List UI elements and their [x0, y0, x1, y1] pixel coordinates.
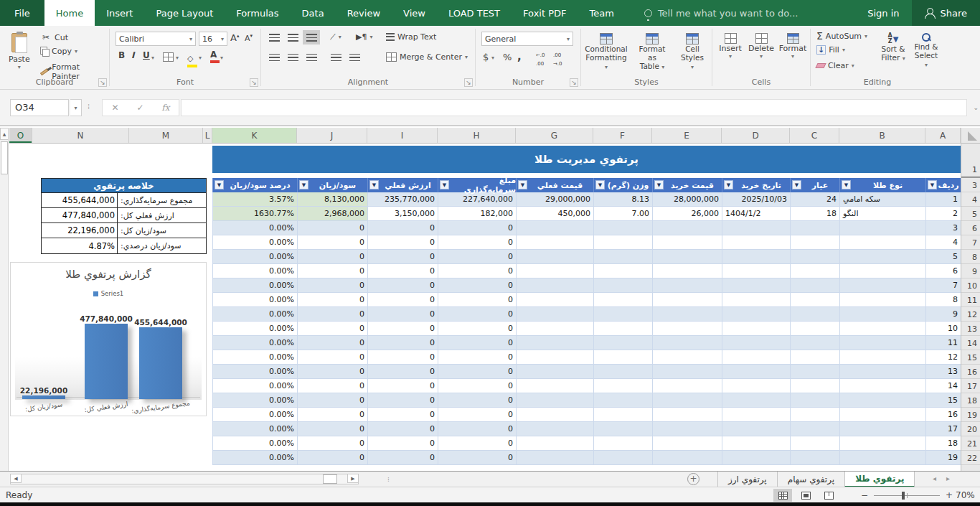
- fill-color-caret-icon[interactable]: ▾: [199, 55, 202, 61]
- table-cell[interactable]: 0: [367, 422, 438, 436]
- table-cell[interactable]: 182,000: [438, 207, 516, 220]
- table-cell[interactable]: 0: [367, 436, 438, 450]
- paste-button[interactable]: Paste ▾: [4, 30, 34, 70]
- italic-button[interactable]: I: [131, 52, 134, 60]
- table-cell[interactable]: [839, 221, 925, 235]
- decrease-indent-button[interactable]: [327, 50, 344, 65]
- table-cell[interactable]: 0: [438, 264, 516, 278]
- insert-cells-button[interactable]: Insert▾: [715, 30, 745, 60]
- decrease-decimal-icon[interactable]: .00→.0: [553, 51, 562, 68]
- column-header-A[interactable]: A: [925, 128, 961, 143]
- table-cell[interactable]: 0: [297, 307, 367, 321]
- row-number-16[interactable]: 16: [961, 365, 980, 379]
- row-number-17[interactable]: 17: [961, 379, 980, 393]
- table-cell[interactable]: [652, 350, 722, 364]
- table-cell[interactable]: 0.00%: [212, 322, 297, 335]
- table-cell[interactable]: 3: [925, 221, 961, 235]
- table-cell[interactable]: 0: [297, 264, 367, 278]
- table-cell[interactable]: 0: [367, 235, 438, 249]
- table-cell[interactable]: 8,130,000: [297, 192, 367, 206]
- table-cell[interactable]: 0: [367, 322, 438, 335]
- table-cell[interactable]: 3,150,000: [367, 207, 438, 220]
- table-cell[interactable]: 18: [790, 207, 839, 220]
- percent-style-icon[interactable]: %: [503, 52, 512, 62]
- table-cell[interactable]: 11: [925, 336, 961, 350]
- table-cell[interactable]: [722, 278, 790, 292]
- ribbon-tab-formulas[interactable]: Formulas: [225, 0, 290, 26]
- table-cell[interactable]: [722, 408, 790, 421]
- table-cell[interactable]: 450,000: [516, 207, 593, 220]
- table-cell[interactable]: 0: [438, 307, 516, 321]
- table-cell[interactable]: 0: [367, 350, 438, 364]
- column-header-M[interactable]: M: [129, 128, 203, 143]
- table-cell[interactable]: [593, 393, 652, 407]
- table-cell[interactable]: 0: [438, 365, 516, 378]
- autosum-button[interactable]: Σ AutoSum▾: [814, 30, 870, 42]
- table-cell[interactable]: [652, 393, 722, 407]
- table-cell[interactable]: 26,000: [652, 207, 722, 220]
- table-cell[interactable]: [839, 235, 925, 249]
- table-cell[interactable]: 0: [297, 336, 367, 350]
- table-cell[interactable]: [790, 436, 839, 450]
- scroll-right-icon[interactable]: ▶: [347, 474, 359, 483]
- table-cell[interactable]: 8: [925, 293, 961, 306]
- table-column-header[interactable]: ▼ارزش فعلي: [367, 178, 438, 192]
- table-cell[interactable]: 3.57%: [212, 192, 297, 206]
- align-left-button[interactable]: [265, 50, 283, 65]
- column-header-C[interactable]: C: [790, 128, 839, 143]
- table-cell[interactable]: 0: [438, 322, 516, 335]
- column-header-D[interactable]: D: [722, 128, 790, 143]
- table-cell[interactable]: 16: [925, 408, 961, 421]
- sheet-tab[interactable]: پرتفوي ارز: [717, 472, 777, 487]
- filter-dropdown-icon[interactable]: ▼: [928, 180, 937, 189]
- table-cell[interactable]: 1630.77%: [212, 207, 297, 220]
- table-cell[interactable]: [652, 278, 722, 292]
- zoom-slider[interactable]: [874, 495, 940, 496]
- table-cell[interactable]: [839, 422, 925, 436]
- share-button[interactable]: Share: [912, 0, 980, 26]
- table-cell[interactable]: 12: [925, 350, 961, 364]
- filter-dropdown-icon[interactable]: ▼: [654, 180, 664, 189]
- table-cell[interactable]: [790, 293, 839, 306]
- row-number-10[interactable]: 10: [961, 278, 980, 293]
- font-name-combo[interactable]: Calibri ▾: [116, 32, 196, 46]
- sheet-tab[interactable]: پرتفوي سهام: [777, 472, 844, 487]
- table-cell[interactable]: 0: [438, 235, 516, 249]
- table-cell[interactable]: [790, 235, 839, 249]
- table-cell[interactable]: [790, 451, 839, 464]
- table-cell[interactable]: [652, 322, 722, 335]
- cancel-entry-icon[interactable]: ✕: [111, 103, 118, 113]
- table-cell[interactable]: 5: [925, 250, 961, 263]
- table-cell[interactable]: 0: [297, 278, 367, 292]
- filter-dropdown-icon[interactable]: ▼: [518, 180, 527, 189]
- table-cell[interactable]: 0: [367, 293, 438, 306]
- formula-bar-expand-icon[interactable]: ⌄: [973, 104, 979, 111]
- table-cell[interactable]: [839, 307, 925, 321]
- column-header-L[interactable]: L: [203, 128, 212, 143]
- select-all-corner[interactable]: [961, 128, 980, 144]
- table-cell[interactable]: 0.00%: [212, 250, 297, 263]
- table-cell[interactable]: [652, 235, 722, 249]
- table-cell[interactable]: [516, 393, 593, 407]
- table-cell[interactable]: 0: [367, 365, 438, 378]
- table-cell[interactable]: [722, 235, 790, 249]
- column-header-G[interactable]: G: [516, 128, 593, 143]
- ribbon-tab-data[interactable]: Data: [291, 0, 336, 26]
- table-column-header[interactable]: ▼قيمت فعلي: [516, 178, 593, 192]
- scrollbar-splitter[interactable]: ⁞: [387, 476, 390, 483]
- row-number-1[interactable]: 1: [961, 144, 980, 177]
- scroll-up-icon[interactable]: ▲: [0, 128, 9, 140]
- table-cell[interactable]: [722, 264, 790, 278]
- ribbon-tab-home[interactable]: Home: [44, 0, 95, 26]
- table-cell[interactable]: [516, 264, 593, 278]
- table-cell[interactable]: [839, 393, 925, 407]
- table-cell[interactable]: 0: [438, 293, 516, 306]
- table-cell[interactable]: [839, 365, 925, 378]
- borders-icon[interactable]: [163, 52, 174, 62]
- table-cell[interactable]: 13: [925, 365, 961, 378]
- table-cell[interactable]: [790, 365, 839, 378]
- table-cell[interactable]: 0: [297, 422, 367, 436]
- ribbon-tab-view[interactable]: View: [392, 0, 437, 26]
- table-cell[interactable]: [593, 379, 652, 393]
- table-cell[interactable]: 9: [925, 307, 961, 321]
